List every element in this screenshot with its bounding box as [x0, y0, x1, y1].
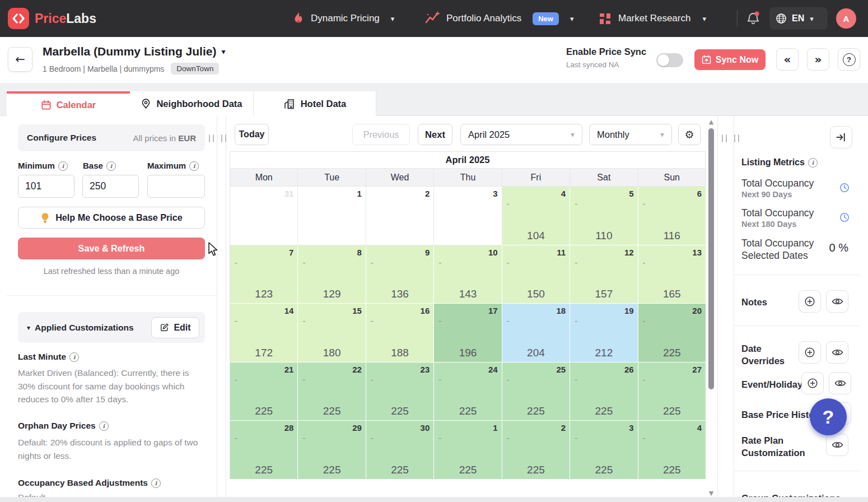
info-icon[interactable]: i	[58, 161, 68, 171]
expand-right-button[interactable]: »	[807, 48, 829, 71]
nav-item-dynamic-pricing[interactable]: Dynamic Pricing ▾	[291, 0, 394, 37]
add-event-button[interactable]	[801, 372, 824, 394]
calendar-day-cell[interactable]: 19-212	[570, 304, 638, 362]
calendar-day-cell[interactable]: 2	[366, 187, 434, 245]
clock-icon[interactable]	[839, 183, 850, 193]
calendar-day-cell[interactable]: 4-104	[502, 187, 570, 245]
collapse-left-button[interactable]: «	[776, 48, 799, 71]
day-number: 25	[556, 365, 566, 374]
help-button[interactable]: ?	[838, 48, 860, 71]
nav-item-market-research[interactable]: Market Research ▾	[598, 0, 706, 37]
calendar-day-cell[interactable]: 27-225	[638, 362, 706, 421]
applied-customizations-toggle[interactable]: ▾ Applied Customizations	[27, 323, 134, 333]
min-stay-dash: -	[643, 433, 646, 443]
info-icon[interactable]: i	[189, 161, 199, 171]
price-sync-toggle[interactable]	[656, 53, 683, 67]
calendar-day-cell[interactable]: 30-225	[366, 421, 434, 480]
info-icon[interactable]: i	[106, 161, 116, 171]
base-input[interactable]	[82, 175, 139, 198]
calendar-day-cell[interactable]: 7-123	[230, 245, 298, 304]
view-select[interactable]: Monthly ▾	[589, 124, 672, 145]
view-events-button[interactable]	[829, 372, 851, 394]
info-icon[interactable]: i	[99, 421, 109, 431]
calendar-day-cell[interactable]: 31	[230, 187, 298, 245]
scroll-up-icon[interactable]: ▲	[707, 118, 716, 125]
scrollbar-thumb[interactable]	[708, 128, 714, 389]
calendar-day-cell[interactable]: 23-225	[366, 362, 434, 421]
calendar-day-cell[interactable]: 24-225	[434, 362, 502, 421]
edit-customizations-button[interactable]: Edit	[151, 317, 199, 338]
info-icon[interactable]: i	[69, 352, 79, 362]
calendar-day-cell[interactable]: 4-225	[638, 421, 706, 480]
calendar-day-cell[interactable]: 13-165	[638, 245, 706, 304]
calendar-day-cell[interactable]: 2-225	[502, 421, 570, 480]
tab-calendar[interactable]: Calendar	[7, 91, 130, 117]
help-base-price-button[interactable]: Help Me Choose a Base Price	[18, 207, 205, 229]
month-select[interactable]: April 2025 ▾	[460, 124, 582, 145]
collapse-panel-button[interactable]	[830, 126, 852, 148]
view-notes-button[interactable]	[826, 290, 848, 313]
calendar-day-cell[interactable]: 28-225	[230, 421, 298, 480]
calendar-day-cell[interactable]: 18-204	[502, 304, 570, 362]
calendar-day-cell[interactable]: 15-180	[298, 304, 366, 362]
calendar-day-cell[interactable]: 10-143	[434, 245, 502, 304]
scroll-down-icon[interactable]: ▼	[707, 490, 716, 497]
day-number: 17	[488, 306, 498, 315]
calendar-day-cell[interactable]: 6-116	[638, 187, 706, 245]
info-icon[interactable]: i	[151, 478, 161, 488]
calendar-day-cell[interactable]: 29-225	[298, 421, 366, 480]
maximum-input[interactable]	[147, 175, 205, 198]
nav-item-portfolio-analytics[interactable]: Portfolio Analytics New ▾	[424, 0, 573, 37]
calendar-day-cell[interactable]: 3	[434, 187, 502, 245]
save-refresh-button[interactable]: Save & Refresh	[18, 238, 205, 259]
next-button[interactable]: Next	[418, 124, 452, 145]
previous-button[interactable]: Previous	[352, 124, 410, 145]
support-fab[interactable]: ?	[810, 398, 847, 435]
add-date-override-button[interactable]	[799, 341, 821, 364]
calendar-day-cell[interactable]: 20-225	[638, 304, 706, 362]
add-note-button[interactable]	[799, 290, 821, 313]
bottom-scroll-strip[interactable]	[0, 497, 868, 502]
minimum-input[interactable]	[18, 175, 74, 198]
calendar-day-cell[interactable]: 9-136	[366, 245, 434, 304]
calendar-day-cell[interactable]: 16-188	[366, 304, 434, 362]
calendar-day-cell[interactable]: 1-225	[434, 421, 502, 480]
calendar-day-cell[interactable]: 1	[298, 187, 366, 245]
rate-plan-customization-label: Rate Plan Customization	[741, 434, 809, 459]
calendar-day-cell[interactable]: 22-225	[298, 362, 366, 421]
view-rate-plan-button[interactable]	[826, 434, 848, 456]
calendar-scrollbar[interactable]: ▲ ▼	[707, 118, 716, 497]
sync-now-button[interactable]: Sync Now	[694, 49, 766, 70]
today-button[interactable]: Today	[235, 124, 269, 145]
calendar-day-cell[interactable]: 3-225	[570, 421, 638, 480]
listing-title-row[interactable]: Marbella (Dummy Listing Julie) ▾	[43, 45, 225, 58]
day-number: 9	[425, 248, 430, 257]
tab-neighborhood-data[interactable]: Neighborhood Data	[130, 91, 254, 116]
last-minute-heading: Last Minutei	[18, 352, 79, 362]
calendar-day-cell[interactable]: 5-110	[570, 187, 638, 245]
calendar-day-cell[interactable]: 8-129	[298, 245, 366, 304]
view-date-overrides-button[interactable]	[826, 341, 848, 364]
month-select-value: April 2025	[468, 129, 510, 140]
calendar-settings-button[interactable]: ⚙	[678, 124, 701, 145]
back-button[interactable]: ←	[8, 47, 32, 72]
nav-divider	[737, 10, 738, 27]
double-chevron-right-icon: »	[815, 53, 822, 66]
user-avatar[interactable]: A	[836, 8, 856, 29]
chevron-down-icon: ▾	[660, 130, 664, 139]
calendar-day-cell[interactable]: 25-225	[502, 362, 570, 421]
calendar-day-cell[interactable]: 14-172	[230, 304, 298, 362]
calendar-day-cell[interactable]: 11-150	[502, 245, 570, 304]
notifications-bell[interactable]	[745, 10, 762, 27]
calendar-day-cell[interactable]: 21-225	[230, 362, 298, 421]
calendar-day-cell[interactable]: 17-196	[434, 304, 502, 362]
clock-icon[interactable]	[839, 212, 850, 222]
calendar-day-cell[interactable]: 26-225	[570, 362, 638, 421]
calendar-day-cell[interactable]: 12-157	[570, 245, 638, 304]
pricelabs-logo[interactable]	[8, 8, 29, 29]
info-icon[interactable]: i	[808, 158, 818, 168]
left-resize-handle[interactable]	[209, 134, 226, 142]
tab-hotel-data[interactable]: Hotel Data	[254, 91, 376, 116]
language-selector[interactable]: EN ▾	[769, 7, 828, 30]
right-resize-handle[interactable]	[722, 134, 739, 142]
